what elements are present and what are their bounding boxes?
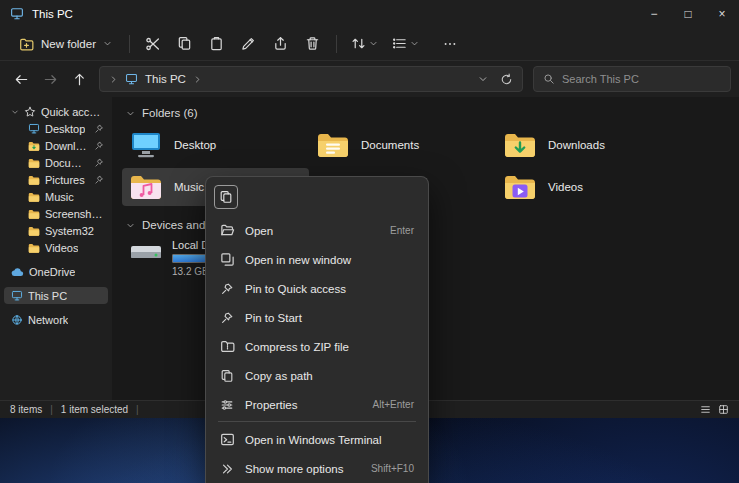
menu-item-open-new-window[interactable]: Open in new window: [211, 245, 423, 274]
pin-icon: [94, 158, 104, 168]
folder-tile-label: Documents: [361, 139, 419, 151]
folder-icon: [28, 226, 40, 236]
paste-icon: [209, 36, 224, 51]
folder-tile-videos[interactable]: Videos: [496, 168, 683, 206]
menu-item-label: Properties: [245, 399, 363, 411]
back-arrow-icon: [14, 72, 29, 87]
folder-tile-label: Downloads: [548, 139, 605, 151]
cloud-icon: [11, 267, 24, 277]
search-input[interactable]: [562, 73, 721, 85]
more-options-button[interactable]: [435, 30, 465, 58]
window-title: This PC: [32, 8, 73, 20]
sidebar-item-documents[interactable]: Documents: [4, 154, 108, 171]
terminal-icon: [219, 432, 235, 448]
chevron-down-icon: [103, 39, 112, 48]
menu-item-open[interactable]: Open Enter: [211, 216, 423, 245]
menu-item-label: Pin to Quick access: [245, 283, 404, 295]
chevron-down-icon: [126, 221, 135, 230]
rename-button[interactable]: [234, 30, 264, 58]
view-toggles: [700, 404, 729, 415]
sidebar-item-pictures[interactable]: Pictures: [4, 171, 108, 188]
menu-item-pin-start[interactable]: Pin to Start: [211, 303, 423, 332]
forward-button[interactable]: [37, 66, 64, 92]
folder-tile-desktop[interactable]: Desktop: [122, 126, 309, 164]
sidebar-item-label: Music: [45, 191, 74, 203]
delete-button[interactable]: [298, 30, 328, 58]
thumbnails-view-icon[interactable]: [718, 404, 729, 415]
menu-item-label: Copy as path: [245, 370, 404, 382]
folder-tile-downloads[interactable]: Downloads: [496, 126, 683, 164]
menu-item-open-windows-terminal[interactable]: Open in Windows Terminal: [211, 425, 423, 454]
folder-tile-documents[interactable]: Documents: [309, 126, 496, 164]
menu-item-shortcut: Alt+Enter: [373, 399, 414, 410]
sidebar-item-label: This PC: [28, 290, 67, 302]
sidebar-item-label: Videos: [45, 242, 78, 254]
pin-icon: [219, 310, 235, 326]
copy-button[interactable]: [214, 185, 238, 209]
folder-icon: [28, 158, 40, 168]
refresh-icon[interactable]: [500, 73, 513, 86]
close-button[interactable]: ×: [705, 0, 739, 27]
downloads-folder-icon: [503, 130, 537, 160]
sidebar-item-screenshots[interactable]: Screenshots: [4, 205, 108, 222]
monitor-icon: [11, 290, 23, 301]
context-menu-icon-row: [211, 182, 423, 216]
folders-section-header[interactable]: Folders (6): [126, 107, 739, 119]
menu-item-show-more-options[interactable]: Show more options Shift+F10: [211, 454, 423, 483]
sidebar-item-label: Network: [28, 314, 68, 326]
copy-button[interactable]: [170, 30, 200, 58]
view-button[interactable]: [386, 30, 425, 58]
videos-folder-icon: [503, 172, 537, 202]
title-bar: This PC − □ ×: [0, 0, 739, 27]
star-icon: [24, 106, 36, 118]
sidebar-item-system32[interactable]: System32: [4, 222, 108, 239]
sidebar-item-music[interactable]: Music: [4, 188, 108, 205]
this-pc-icon: [10, 7, 24, 20]
chevron-down-icon: [11, 108, 19, 116]
menu-item-label: Open in new window: [245, 254, 404, 266]
up-button[interactable]: [66, 66, 93, 92]
open-folder-icon: [219, 223, 235, 239]
folder-icon: [28, 175, 40, 185]
copy-icon: [177, 36, 192, 51]
minimize-button[interactable]: −: [637, 0, 671, 27]
folder-tile-label: Music: [174, 181, 204, 193]
sidebar-item-onedrive[interactable]: OneDrive: [4, 263, 108, 280]
address-dropdown-icon[interactable]: [478, 74, 488, 84]
maximize-button[interactable]: □: [671, 0, 705, 27]
ellipsis-icon: [443, 37, 457, 51]
sidebar-item-videos[interactable]: Videos: [4, 239, 108, 256]
search-box[interactable]: [533, 66, 731, 92]
paste-button[interactable]: [202, 30, 232, 58]
view-list-icon: [392, 36, 407, 51]
search-icon: [543, 73, 555, 85]
copy-icon: [219, 190, 233, 204]
menu-item-label: Show more options: [245, 463, 361, 475]
sidebar-item-quick-access[interactable]: Quick access: [4, 103, 108, 120]
menu-item-pin-quick-access[interactable]: Pin to Quick access: [211, 274, 423, 303]
navigation-pane: Quick access Desktop Downloads Documents: [0, 97, 112, 400]
details-view-icon[interactable]: [700, 404, 711, 415]
menu-item-copy-as-path[interactable]: Copy as path: [211, 361, 423, 390]
folders-header-label: Folders (6): [142, 107, 198, 119]
sidebar-item-network[interactable]: Network: [4, 311, 108, 328]
sidebar-item-label: System32: [45, 225, 94, 237]
breadcrumb[interactable]: This PC: [145, 73, 186, 85]
sort-button[interactable]: [345, 30, 384, 58]
back-button[interactable]: [8, 66, 35, 92]
address-bar[interactable]: This PC: [99, 66, 523, 92]
new-window-icon: [219, 252, 235, 268]
chevron-right-icon: [109, 75, 118, 84]
sidebar-item-downloads[interactable]: Downloads: [4, 137, 108, 154]
new-folder-button[interactable]: New folder: [10, 32, 121, 56]
share-button[interactable]: [266, 30, 296, 58]
menu-item-compress-zip[interactable]: Compress to ZIP file: [211, 332, 423, 361]
menu-item-label: Pin to Start: [245, 312, 404, 324]
menu-item-properties[interactable]: Properties Alt+Enter: [211, 390, 423, 419]
sidebar-item-this-pc[interactable]: This PC: [4, 287, 108, 304]
sidebar-item-label: Desktop: [45, 123, 85, 135]
navigation-bar: This PC: [0, 61, 739, 97]
chevron-right-icon: [193, 75, 202, 84]
sidebar-item-desktop[interactable]: Desktop: [4, 120, 108, 137]
cut-button[interactable]: [138, 30, 168, 58]
